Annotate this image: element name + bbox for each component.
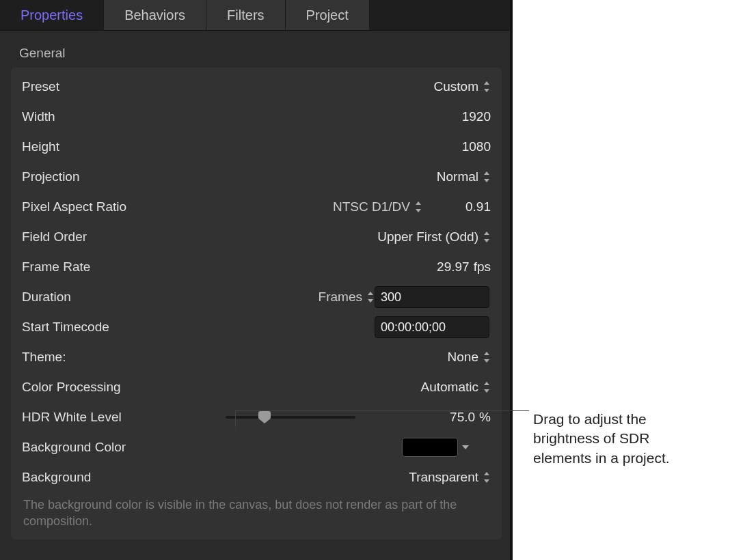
duration-unit-value: Frames [319, 290, 362, 305]
row-color-processing: Color Processing Automatic [11, 372, 502, 402]
tab-filters[interactable]: Filters [206, 0, 285, 30]
framerate-unit: fps [474, 260, 491, 275]
callout-text: Drag to adjust the brightness of SDR ele… [533, 410, 711, 468]
hdr-slider[interactable] [226, 416, 355, 419]
hdr-slider-thumb[interactable] [258, 411, 271, 423]
row-background-color: Background Color [11, 432, 502, 462]
preset-select[interactable]: Custom [434, 79, 491, 94]
general-rows: Preset Custom Width 1920 Height [11, 68, 502, 540]
par-select-value: NTSC D1/DV [333, 199, 410, 214]
fieldorder-label: Field Order [22, 229, 172, 244]
row-start-timecode: Start Timecode [11, 312, 502, 342]
background-label: Background [22, 470, 172, 485]
row-width: Width 1920 [11, 102, 502, 132]
chevron-updown-icon [483, 232, 491, 242]
colorproc-label: Color Processing [22, 380, 172, 395]
width-label: Width [22, 109, 172, 124]
width-value[interactable]: 1920 [381, 109, 491, 124]
row-pixel-aspect-ratio: Pixel Aspect Ratio NTSC D1/DV 0.91 [11, 192, 502, 222]
row-field-order: Field Order Upper First (Odd) [11, 222, 502, 252]
duration-field[interactable] [375, 286, 489, 308]
starttc-field[interactable] [375, 316, 489, 338]
panel-divider[interactable] [510, 0, 513, 560]
fieldorder-value: Upper First (Odd) [377, 229, 478, 244]
row-duration: Duration Frames [11, 282, 502, 312]
tab-properties[interactable]: Properties [0, 0, 104, 30]
theme-value: None [448, 350, 478, 365]
row-hdr-white-level: HDR White Level 75.0 % [11, 402, 502, 432]
background-value: Transparent [409, 470, 478, 485]
theme-select[interactable]: None [448, 350, 491, 365]
inspector-panel: Properties Behaviors Filters Project Gen… [0, 0, 513, 560]
chevron-updown-icon [483, 352, 491, 363]
bgcolor-label: Background Color [22, 440, 172, 455]
row-projection: Projection Normal [11, 162, 502, 192]
chevron-down-icon[interactable] [462, 445, 469, 449]
chevron-updown-icon [483, 171, 491, 182]
row-theme: Theme: None [11, 342, 502, 372]
chevron-updown-icon [483, 382, 491, 393]
chevron-updown-icon [483, 472, 491, 483]
theme-label: Theme: [22, 350, 172, 365]
bgcolor-well[interactable] [402, 438, 458, 457]
hdr-value[interactable]: 75.0 [450, 410, 475, 425]
background-note: The background color is visible in the c… [11, 492, 487, 530]
framerate-value[interactable]: 29.97 [437, 260, 470, 275]
section-general-header: General [7, 40, 506, 68]
height-value[interactable]: 1080 [381, 139, 491, 154]
callout-leader-tick [235, 410, 236, 427]
chevron-updown-icon [366, 292, 375, 303]
preset-value: Custom [434, 79, 478, 94]
row-frame-rate: Frame Rate 29.97 fps [11, 252, 502, 282]
row-background: Background Transparent [11, 462, 502, 492]
tab-project[interactable]: Project [286, 0, 370, 30]
preset-label: Preset [22, 79, 172, 94]
chevron-updown-icon [414, 201, 422, 212]
projection-select[interactable]: Normal [437, 169, 491, 184]
colorproc-select[interactable]: Automatic [421, 380, 491, 395]
par-label: Pixel Aspect Ratio [22, 199, 172, 214]
projection-label: Projection [22, 169, 172, 184]
row-height: Height 1080 [11, 132, 502, 162]
tab-bar: Properties Behaviors Filters Project [0, 0, 513, 31]
par-select[interactable]: NTSC D1/DV [333, 199, 422, 214]
duration-label: Duration [22, 290, 172, 305]
framerate-label: Frame Rate [22, 260, 172, 275]
tab-behaviors[interactable]: Behaviors [104, 0, 206, 30]
duration-unit-select[interactable]: Frames [319, 290, 375, 305]
height-label: Height [22, 139, 172, 154]
chevron-updown-icon [483, 81, 491, 92]
callout-leader-line [235, 410, 529, 411]
fieldorder-select[interactable]: Upper First (Odd) [377, 229, 491, 244]
projection-value: Normal [437, 169, 478, 184]
hdr-unit: % [479, 410, 491, 425]
starttc-label: Start Timecode [22, 320, 172, 335]
colorproc-value: Automatic [421, 380, 478, 395]
hdr-label: HDR White Level [22, 410, 172, 425]
row-preset: Preset Custom [11, 72, 502, 102]
background-select[interactable]: Transparent [409, 470, 491, 485]
par-value[interactable]: 0.91 [436, 199, 491, 214]
